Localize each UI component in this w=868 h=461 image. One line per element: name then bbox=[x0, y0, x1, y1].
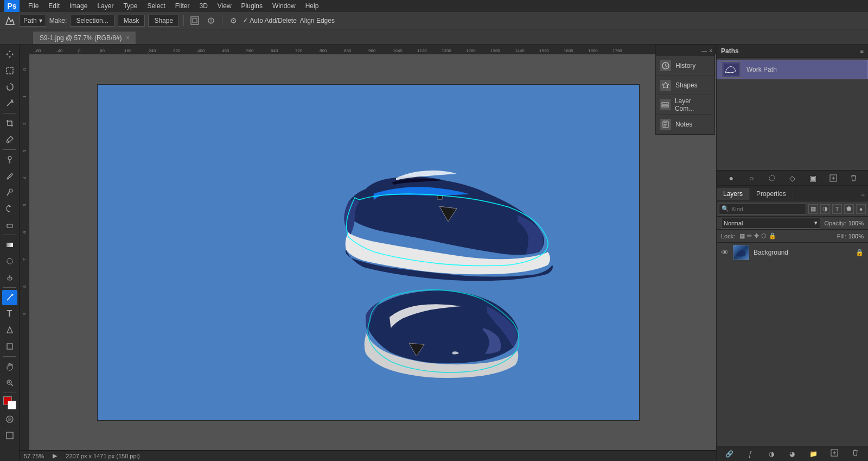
filter-adjustment-icon[interactable]: ◑ bbox=[820, 204, 830, 214]
delete-path-icon[interactable] bbox=[848, 173, 859, 184]
layer-comp-panel-item[interactable]: Layer Com... bbox=[656, 95, 714, 115]
lock-brush-icon[interactable]: ✏ bbox=[747, 232, 752, 239]
clone-stamp-tool[interactable] bbox=[2, 185, 17, 200]
move-tool[interactable] bbox=[2, 47, 17, 62]
shapes-panel-item[interactable]: Shapes bbox=[656, 75, 714, 95]
hand-tool[interactable] bbox=[2, 359, 17, 374]
lock-icons: ▦ ✏ ✥ ⬡ 🔒 bbox=[739, 232, 776, 239]
layers-tab[interactable]: Layers bbox=[717, 188, 750, 200]
pen-tool[interactable] bbox=[2, 290, 17, 305]
text-tool[interactable]: T bbox=[2, 306, 17, 321]
status-arrow[interactable]: ▶ bbox=[53, 452, 57, 459]
menu-type[interactable]: Type bbox=[119, 1, 142, 11]
lasso-tool[interactable] bbox=[2, 79, 17, 94]
layer-row[interactable]: 👁 bbox=[717, 243, 868, 262]
history-panel-item[interactable]: History bbox=[656, 56, 714, 75]
menu-3d[interactable]: 3D bbox=[195, 1, 212, 11]
canvas-content[interactable] bbox=[29, 54, 716, 450]
layer-lock-icon: 🔒 bbox=[856, 249, 864, 256]
lock-artboard-icon[interactable]: ⬡ bbox=[761, 232, 767, 239]
menu-window[interactable]: Window bbox=[268, 1, 300, 11]
menu-plugins[interactable]: Plugins bbox=[237, 1, 267, 11]
selection-button[interactable]: Selection... bbox=[70, 15, 114, 27]
svg-text:1360: 1360 bbox=[490, 48, 500, 53]
document-canvas[interactable] bbox=[97, 84, 640, 421]
zoom-tool[interactable] bbox=[2, 375, 17, 390]
magic-wand-tool[interactable] bbox=[2, 96, 17, 111]
eyedropper-tool[interactable] bbox=[2, 132, 17, 147]
layer-visibility-toggle[interactable]: 👁 bbox=[721, 248, 729, 257]
delete-layer-icon[interactable] bbox=[850, 449, 861, 458]
paths-panel-menu[interactable]: ≡ bbox=[860, 48, 864, 54]
svg-text:6: 6 bbox=[22, 231, 27, 233]
path-select-tool[interactable] bbox=[2, 323, 17, 338]
menu-edit[interactable]: Edit bbox=[44, 1, 64, 11]
opacity-value[interactable]: 100% bbox=[848, 220, 864, 226]
history-brush-tool[interactable] bbox=[2, 201, 17, 216]
fill-value[interactable]: 100% bbox=[848, 233, 864, 239]
menu-file[interactable]: File bbox=[24, 1, 43, 11]
background-color[interactable] bbox=[8, 401, 16, 409]
new-group-icon[interactable]: 📁 bbox=[808, 450, 819, 458]
menu-select[interactable]: Select bbox=[143, 1, 169, 11]
shape-tool[interactable] bbox=[2, 339, 17, 354]
gradient-tool[interactable] bbox=[2, 237, 17, 252]
transform-icon[interactable] bbox=[188, 14, 201, 27]
add-mask-icon[interactable]: ▣ bbox=[807, 173, 818, 184]
layers-bottom-toolbar: 🔗 ƒ ◑ ◕ 📁 bbox=[717, 446, 868, 461]
properties-tab[interactable]: Properties bbox=[750, 188, 793, 200]
lock-transparency-icon[interactable]: ▦ bbox=[739, 232, 745, 239]
ruler-top: -80 -40 0 80 160 240 320 400 480 560 640… bbox=[29, 45, 716, 54]
menu-image[interactable]: Image bbox=[65, 1, 92, 11]
menu-layer[interactable]: Layer bbox=[93, 1, 118, 11]
document-tab[interactable]: S9-1.jpg @ 57.7% (RGB/8#) × bbox=[33, 31, 136, 44]
panel-minimize[interactable]: — bbox=[701, 48, 707, 54]
crop-tool[interactable] bbox=[2, 116, 17, 131]
anchor-icon[interactable] bbox=[205, 14, 218, 27]
layers-panel-menu[interactable]: ≡ bbox=[858, 191, 868, 197]
main-area: T bbox=[0, 45, 868, 461]
dodge-tool[interactable] bbox=[2, 270, 17, 285]
svg-text:960: 960 bbox=[368, 48, 376, 53]
adjustment-layer-icon[interactable]: ◕ bbox=[787, 450, 797, 458]
lock-position-icon[interactable]: ✥ bbox=[754, 232, 759, 239]
layers-filter-input[interactable]: 🔍 Kind bbox=[719, 204, 806, 214]
quick-mask-toggle[interactable] bbox=[2, 412, 17, 427]
fill-path-icon[interactable]: ● bbox=[726, 173, 737, 184]
filter-pixel-icon[interactable]: ▦ bbox=[808, 204, 818, 214]
color-swatches[interactable] bbox=[2, 395, 17, 411]
tab-close-button[interactable]: × bbox=[126, 35, 130, 41]
filter-shape-icon[interactable]: ⬟ bbox=[844, 204, 854, 214]
auto-add-delete-checkbox[interactable]: ✓ Auto Add/Delete bbox=[243, 17, 297, 24]
notes-panel-item[interactable]: Notes bbox=[656, 115, 714, 134]
rectangle-select-tool[interactable] bbox=[2, 63, 17, 78]
add-mask-layer-icon[interactable]: ◑ bbox=[766, 450, 777, 458]
new-path-icon[interactable] bbox=[828, 173, 839, 184]
load-selection-icon[interactable] bbox=[767, 173, 777, 184]
path-mode-dropdown[interactable]: Path ▾ bbox=[20, 15, 46, 27]
svg-text:1600: 1600 bbox=[564, 48, 573, 53]
screen-mode-toggle[interactable] bbox=[2, 428, 17, 443]
stroke-path-icon[interactable]: ○ bbox=[746, 173, 757, 184]
canvas-area[interactable]: -80 -40 0 80 160 240 320 400 480 560 640… bbox=[20, 45, 716, 461]
eraser-tool[interactable] bbox=[2, 217, 17, 232]
blend-mode-dropdown[interactable]: Normal ▾ bbox=[721, 218, 820, 229]
add-style-icon[interactable]: ƒ bbox=[745, 450, 756, 458]
menu-filter[interactable]: Filter bbox=[171, 1, 194, 11]
settings-icon[interactable]: ⚙ bbox=[227, 14, 240, 27]
work-path-item[interactable]: Work Path bbox=[717, 60, 868, 79]
layer-link-icon[interactable]: 🔗 bbox=[724, 450, 735, 458]
mask-button[interactable]: Mask bbox=[118, 15, 145, 27]
blur-tool[interactable] bbox=[2, 254, 17, 269]
shape-button[interactable]: Shape bbox=[148, 15, 179, 27]
filter-type-icon[interactable]: T bbox=[832, 204, 842, 214]
panel-close[interactable]: × bbox=[709, 48, 712, 54]
healing-brush-tool[interactable] bbox=[2, 152, 17, 167]
lock-all-icon[interactable]: 🔒 bbox=[769, 232, 776, 239]
new-layer-icon[interactable] bbox=[829, 449, 840, 458]
make-work-path-icon[interactable]: ◇ bbox=[787, 173, 797, 184]
menu-view[interactable]: View bbox=[213, 1, 236, 11]
filter-effect-icon[interactable]: ● bbox=[856, 204, 866, 214]
menu-help[interactable]: Help bbox=[301, 1, 323, 11]
brush-tool[interactable] bbox=[2, 168, 17, 184]
